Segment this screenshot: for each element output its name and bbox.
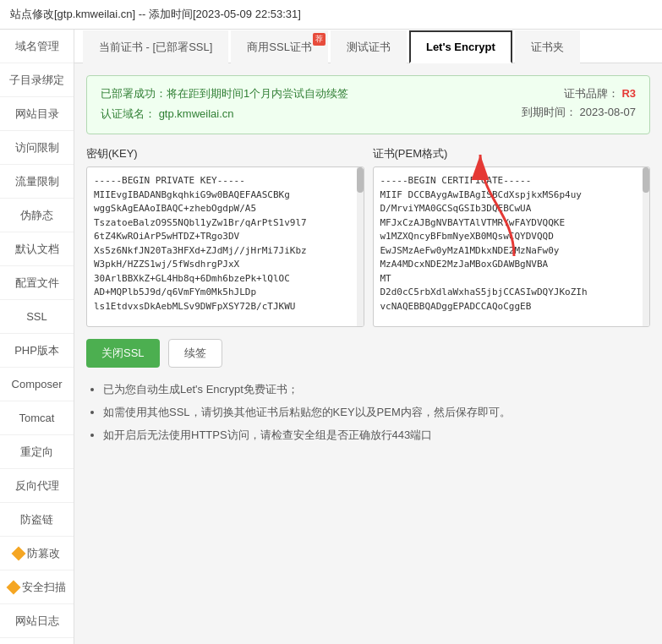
sidebar-item-anti-tamper[interactable]: 防篡改 — [0, 537, 74, 570]
sidebar-item-traffic-limit[interactable]: 流量限制 — [0, 165, 74, 199]
cert-label: 证书(PEM格式) — [373, 146, 651, 161]
sidebar-item-php-version[interactable]: PHP版本 — [0, 334, 74, 368]
key-textarea[interactable]: -----BEGIN PRIVATE KEY----- MIIEvgIBADAN… — [86, 166, 364, 327]
sidebar: 域名管理 子目录绑定 网站目录 访问限制 流量限制 伪静态 默认文档 配置文件 … — [0, 30, 74, 644]
success-title: 已部署成功：将在距到期时间1个月内尝试自动续签 — [101, 86, 522, 101]
info-item-3: 如开启后无法使用HTTPS访问，请检查安全组是否正确放行443端口 — [103, 427, 650, 445]
tab-cert-folder[interactable]: 证书夹 — [515, 30, 580, 63]
tab-commercial-ssl[interactable]: 商用SSL证书 荐 — [231, 30, 328, 63]
cert-textarea[interactable]: -----BEGIN CERTIFICATE----- MIIF DCCBAyg… — [373, 166, 651, 327]
info-list: 已为您自动生成Let's Encrypt免费证书； 如需使用其他SSL，请切换其… — [86, 381, 650, 444]
title-bar: 站点修改[gtp.kmweilai.cn] -- 添加时间[2023-05-09… — [0, 0, 662, 30]
success-domain: 认证域名： gtp.kmweilai.cn — [101, 106, 522, 122]
content-panel: 已部署成功：将在距到期时间1个月内尝试自动续签 认证域名： gtp.kmweil… — [74, 63, 662, 461]
key-content: -----BEGIN PRIVATE KEY----- MIIEvgIBADAN… — [87, 167, 364, 320]
cert-brand-row: 证书品牌： R3 — [522, 86, 636, 101]
sidebar-item-composer[interactable]: Composer — [0, 368, 74, 401]
info-item-2: 如需使用其他SSL，请切换其他证书后粘贴您的KEY以及PEM内容，然后保存即可。 — [103, 404, 650, 422]
sidebar-item-subdir[interactable]: 子目录绑定 — [0, 63, 74, 97]
button-row: 关闭SSL 续签 — [86, 339, 650, 368]
sidebar-item-website-log[interactable]: 网站日志 — [0, 604, 74, 638]
close-ssl-button[interactable]: 关闭SSL — [86, 339, 160, 368]
tab-test-cert[interactable]: 测试证书 — [331, 30, 407, 63]
sidebar-item-domain[interactable]: 域名管理 — [0, 30, 74, 63]
cert-content: -----BEGIN CERTIFICATE----- MIIF DCCBAyg… — [374, 167, 650, 320]
tab-current-cert[interactable]: 当前证书 - [已部署SSL] — [83, 30, 228, 63]
commercial-ssl-badge: 荐 — [313, 33, 326, 46]
content-area: 当前证书 - [已部署SSL] 商用SSL证书 荐 测试证书 Let's Enc… — [74, 30, 662, 644]
success-right: 证书品牌： R3 到期时间： 2023-08-07 — [522, 86, 636, 123]
key-scrollbar-track[interactable] — [357, 167, 364, 326]
key-label: 密钥(KEY) — [86, 146, 364, 161]
title-text: 站点修改[gtp.kmweilai.cn] -- 添加时间[2023-05-09… — [10, 8, 301, 20]
success-left: 已部署成功：将在距到期时间1个月内尝试自动续签 认证域名： gtp.kmweil… — [101, 86, 522, 122]
cert-expire-row: 到期时间： 2023-08-07 — [522, 105, 636, 120]
diamond-icon — [6, 580, 20, 594]
success-box: 已部署成功：将在距到期时间1个月内尝试自动续签 认证域名： gtp.kmweil… — [86, 75, 650, 134]
sidebar-item-website-dir[interactable]: 网站目录 — [0, 97, 74, 131]
key-scrollbar-thumb[interactable] — [357, 167, 364, 193]
cert-brand-value: R3 — [621, 87, 636, 100]
renew-button[interactable]: 续签 — [168, 339, 222, 368]
sidebar-item-pseudo-static[interactable]: 伪静态 — [0, 199, 74, 232]
sidebar-item-config-file[interactable]: 配置文件 — [0, 266, 74, 300]
sidebar-item-default-doc[interactable]: 默认文档 — [0, 232, 74, 266]
sidebar-item-reverse-proxy[interactable]: 反向代理 — [0, 469, 74, 503]
diamond-icon — [12, 546, 26, 560]
sidebar-item-access-limit[interactable]: 访问限制 — [0, 131, 74, 165]
key-section: 密钥(KEY) -----BEGIN PRIVATE KEY----- MIIE… — [86, 146, 364, 327]
sidebar-item-tomcat[interactable]: Tomcat — [0, 401, 74, 435]
sidebar-item-ssl[interactable]: SSL — [0, 300, 74, 334]
info-item-1: 已为您自动生成Let's Encrypt免费证书； — [103, 381, 650, 399]
cert-expire-value: 2023-08-07 — [580, 106, 637, 118]
key-cert-area: 密钥(KEY) -----BEGIN PRIVATE KEY----- MIIE… — [86, 146, 650, 327]
sidebar-item-anti-theft[interactable]: 防盗链 — [0, 503, 74, 537]
cert-section: 证书(PEM格式) -----BEGIN CERTIFICATE----- MI… — [373, 146, 651, 327]
sidebar-item-security-scan[interactable]: 安全扫描 — [0, 570, 74, 604]
tabs-bar: 当前证书 - [已部署SSL] 商用SSL证书 荐 测试证书 Let's Enc… — [74, 30, 662, 63]
cert-scrollbar-track[interactable] — [643, 167, 649, 326]
cert-scrollbar-thumb[interactable] — [643, 167, 649, 193]
tab-lets-encrypt[interactable]: Let's Encrypt — [409, 30, 512, 63]
sidebar-item-redirect[interactable]: 重定向 — [0, 435, 74, 469]
